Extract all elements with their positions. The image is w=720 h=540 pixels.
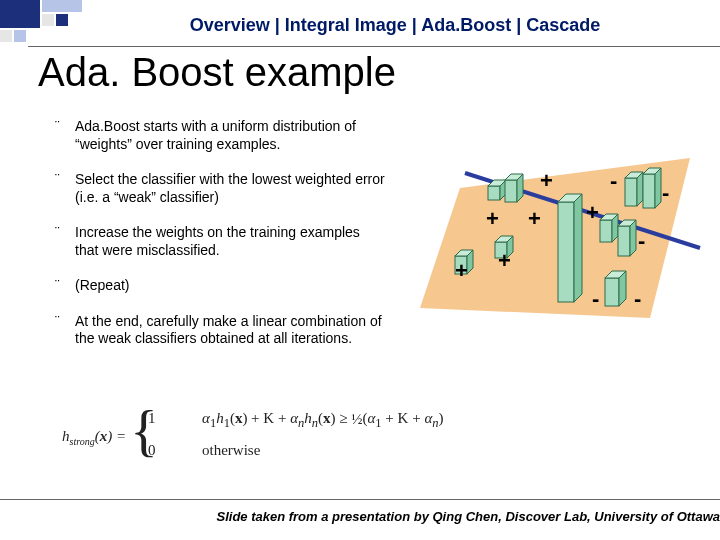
svg-marker-16: [574, 194, 582, 302]
formula-case2-val: 0: [148, 442, 156, 459]
svg-marker-19: [637, 172, 643, 206]
divider-bottom: [0, 499, 720, 500]
formula-case2-cond: otherwise: [202, 442, 260, 459]
corner-decoration: [0, 0, 84, 50]
crumb-sep: |: [516, 15, 521, 35]
crumb-sep: |: [275, 15, 280, 35]
svg-text:+: +: [486, 206, 499, 231]
svg-rect-4: [0, 30, 12, 42]
slide-attribution: Slide taken from a presentation by Qing …: [216, 509, 720, 524]
svg-rect-8: [488, 186, 500, 200]
bullet-item: (Repeat): [55, 277, 385, 295]
svg-marker-37: [619, 271, 626, 306]
svg-rect-5: [14, 30, 26, 42]
page-title: Ada. Boost example: [38, 50, 396, 95]
crumb-cascade: Cascade: [526, 15, 600, 35]
crumb-integral-image: Integral Image: [285, 15, 407, 35]
bullet-item: Increase the weights on the training exa…: [55, 224, 385, 259]
svg-rect-26: [618, 226, 630, 256]
bullet-item: At the end, carefully make a linear comb…: [55, 313, 385, 348]
svg-text:-: -: [634, 286, 641, 311]
crumb-sep: |: [412, 15, 417, 35]
svg-rect-2: [42, 14, 54, 26]
crumb-adaboost: Ada.Boost: [421, 15, 511, 35]
svg-text:-: -: [610, 168, 617, 193]
svg-rect-11: [505, 180, 517, 202]
bullet-item: Ada.Boost starts with a uniform distribu…: [55, 118, 385, 153]
svg-text:+: +: [528, 206, 541, 231]
svg-rect-35: [605, 278, 619, 306]
crumb-overview: Overview: [190, 15, 270, 35]
svg-text:-: -: [662, 180, 669, 205]
divider-top: [28, 46, 720, 47]
svg-rect-1: [42, 0, 82, 12]
svg-rect-14: [558, 202, 574, 302]
svg-text:+: +: [540, 168, 553, 193]
formula: hstrong(x) = { 1 α1h1(x) + K + αnhn(x) ≥…: [62, 406, 442, 466]
svg-marker-28: [630, 220, 636, 256]
svg-marker-22: [655, 168, 661, 208]
formula-case1-val: 1: [148, 410, 156, 427]
svg-text:+: +: [498, 248, 511, 273]
bullet-list: Ada.Boost starts with a uniform distribu…: [55, 118, 385, 366]
bullet-item: Select the classifier with the lowest we…: [55, 171, 385, 206]
svg-text:+: +: [455, 258, 468, 283]
breadcrumb: Overview | Integral Image | Ada.Boost | …: [90, 15, 700, 36]
svg-rect-20: [643, 174, 655, 208]
svg-text:+: +: [586, 200, 599, 225]
adaboost-illustration: + + + + + + - - - - -: [400, 148, 710, 328]
svg-text:-: -: [638, 228, 645, 253]
svg-rect-3: [56, 14, 68, 26]
formula-case1-cond: α1h1(x) + K + αnhn(x) ≥ ½(α1 + K + αn): [202, 410, 444, 431]
svg-rect-23: [600, 220, 612, 242]
svg-text:-: -: [592, 286, 599, 311]
svg-rect-0: [0, 0, 40, 28]
formula-lhs: hstrong(x) =: [62, 428, 126, 447]
svg-rect-17: [625, 178, 637, 206]
